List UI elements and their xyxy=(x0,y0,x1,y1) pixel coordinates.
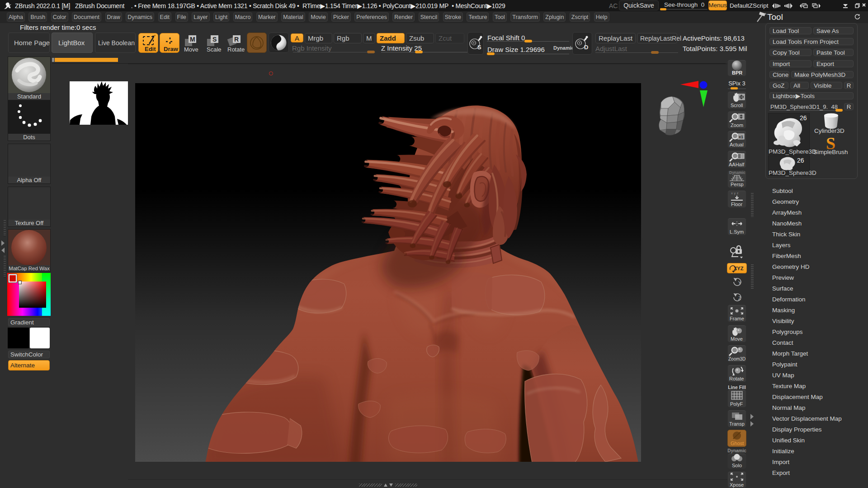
svg-text:Rotate: Rotate xyxy=(227,46,245,52)
svg-text:26: 26 xyxy=(797,157,804,164)
svg-text:Scale: Scale xyxy=(207,46,222,52)
svg-text:S: S xyxy=(212,36,217,43)
svg-text:Y: Y xyxy=(738,281,741,286)
svg-text:Frame: Frame xyxy=(730,316,744,321)
svg-text:Solo: Solo xyxy=(732,463,742,468)
svg-text:R: R xyxy=(234,36,239,43)
svg-text:S: S xyxy=(477,44,481,51)
svg-text:Transp: Transp xyxy=(729,421,745,427)
svg-text:Floor: Floor xyxy=(731,202,742,207)
svg-text:Zoom3D: Zoom3D xyxy=(728,357,745,361)
svg-text:Actual: Actual xyxy=(730,142,744,147)
svg-text:Draw: Draw xyxy=(164,46,179,52)
svg-text:Ghost: Ghost xyxy=(731,441,744,446)
svg-text:Move: Move xyxy=(731,336,743,342)
svg-text:PolyF: PolyF xyxy=(730,401,743,407)
svg-text:Persp: Persp xyxy=(731,182,744,187)
svg-text:Dynamic: Dynamic xyxy=(729,170,745,175)
svg-text:M: M xyxy=(190,36,195,43)
svg-text:XYZ: XYZ xyxy=(734,266,744,271)
svg-text:Scroll: Scroll xyxy=(731,103,743,108)
svg-text:26: 26 xyxy=(800,114,807,122)
svg-text:D: D xyxy=(584,44,588,51)
svg-text:BPR: BPR xyxy=(732,70,742,75)
svg-text:Move: Move xyxy=(184,46,198,52)
svg-text:x1: x1 xyxy=(739,135,743,139)
svg-text:Z: Z xyxy=(738,296,741,301)
svg-text:AAHalf: AAHalf xyxy=(729,162,745,167)
svg-text:Xpose: Xpose xyxy=(730,482,744,488)
svg-text:Zoom: Zoom xyxy=(731,122,743,128)
svg-text:x y z: x y z xyxy=(731,191,738,195)
svg-text:Edit: Edit xyxy=(145,46,156,52)
svg-text:Rotate: Rotate xyxy=(729,376,744,381)
svg-text:L.Sym: L.Sym xyxy=(730,229,744,235)
